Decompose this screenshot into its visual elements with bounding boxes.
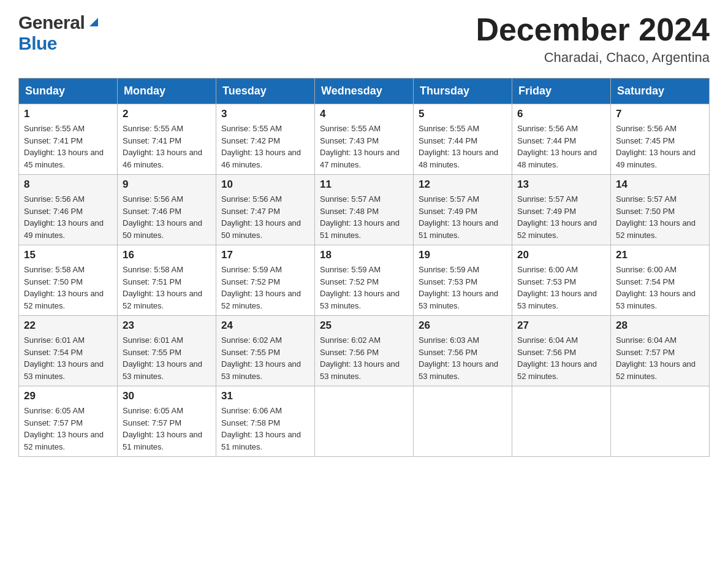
calendar-cell: 25 Sunrise: 6:02 AM Sunset: 7:56 PM Dayl…	[315, 316, 414, 386]
day-info: Sunrise: 6:03 AM Sunset: 7:56 PM Dayligh…	[419, 334, 507, 382]
day-info: Sunrise: 6:06 AM Sunset: 7:58 PM Dayligh…	[221, 405, 309, 453]
day-info: Sunrise: 5:56 AM Sunset: 7:46 PM Dayligh…	[24, 193, 112, 241]
calendar-cell: 27 Sunrise: 6:04 AM Sunset: 7:56 PM Dayl…	[512, 316, 611, 386]
calendar-cell: 18 Sunrise: 5:59 AM Sunset: 7:52 PM Dayl…	[315, 245, 414, 316]
calendar-cell: 3 Sunrise: 5:55 AM Sunset: 7:42 PM Dayli…	[216, 104, 315, 175]
day-info: Sunrise: 5:56 AM Sunset: 7:44 PM Dayligh…	[517, 123, 605, 170]
day-number: 1	[24, 108, 112, 120]
day-number: 14	[616, 178, 704, 191]
day-info: Sunrise: 5:58 AM Sunset: 7:50 PM Dayligh…	[24, 264, 112, 312]
calendar-cell: 16 Sunrise: 5:58 AM Sunset: 7:51 PM Dayl…	[118, 245, 216, 316]
calendar-cell: 21 Sunrise: 6:00 AM Sunset: 7:54 PM Dayl…	[611, 245, 710, 316]
day-info: Sunrise: 6:01 AM Sunset: 7:55 PM Dayligh…	[123, 334, 211, 382]
day-info: Sunrise: 6:04 AM Sunset: 7:56 PM Dayligh…	[517, 334, 605, 382]
day-info: Sunrise: 5:56 AM Sunset: 7:47 PM Dayligh…	[221, 193, 309, 241]
day-info: Sunrise: 6:02 AM Sunset: 7:56 PM Dayligh…	[320, 334, 408, 382]
day-number: 8	[24, 178, 112, 191]
header-friday: Friday	[512, 79, 611, 104]
day-number: 7	[616, 108, 704, 120]
day-number: 25	[320, 320, 408, 332]
day-info: Sunrise: 6:01 AM Sunset: 7:54 PM Dayligh…	[24, 334, 112, 382]
calendar-cell: 1 Sunrise: 5:55 AM Sunset: 7:41 PM Dayli…	[19, 104, 118, 175]
logo-triangle-icon	[87, 15, 100, 31]
day-info: Sunrise: 5:55 AM Sunset: 7:41 PM Dayligh…	[123, 123, 211, 170]
logo: General Blue	[18, 12, 100, 54]
calendar-cell: 2 Sunrise: 5:55 AM Sunset: 7:41 PM Dayli…	[118, 104, 216, 175]
day-info: Sunrise: 5:57 AM Sunset: 7:48 PM Dayligh…	[320, 193, 408, 241]
day-number: 29	[24, 390, 112, 402]
day-info: Sunrise: 5:56 AM Sunset: 7:45 PM Dayligh…	[616, 123, 704, 170]
day-number: 13	[517, 178, 605, 191]
calendar-cell: 20 Sunrise: 6:00 AM Sunset: 7:53 PM Dayl…	[512, 245, 611, 316]
day-info: Sunrise: 5:55 AM Sunset: 7:43 PM Dayligh…	[320, 123, 408, 170]
day-info: Sunrise: 5:59 AM Sunset: 7:52 PM Dayligh…	[221, 264, 309, 312]
calendar-cell: 29 Sunrise: 6:05 AM Sunset: 7:57 PM Dayl…	[19, 386, 118, 457]
week-row-1: 1 Sunrise: 5:55 AM Sunset: 7:41 PM Dayli…	[19, 104, 710, 175]
day-number: 27	[517, 320, 605, 332]
day-info: Sunrise: 5:57 AM Sunset: 7:49 PM Dayligh…	[517, 193, 605, 241]
day-info: Sunrise: 5:55 AM Sunset: 7:42 PM Dayligh…	[221, 123, 309, 170]
month-year-title: December 2024	[476, 12, 710, 47]
header-wednesday: Wednesday	[315, 79, 414, 104]
day-info: Sunrise: 5:56 AM Sunset: 7:46 PM Dayligh…	[123, 193, 211, 241]
day-info: Sunrise: 5:58 AM Sunset: 7:51 PM Dayligh…	[123, 264, 211, 312]
day-number: 26	[419, 320, 507, 332]
day-number: 17	[221, 249, 309, 261]
calendar-cell	[611, 386, 710, 457]
day-number: 31	[221, 390, 309, 402]
day-number: 22	[24, 320, 112, 332]
day-number: 12	[419, 178, 507, 191]
calendar-cell: 19 Sunrise: 5:59 AM Sunset: 7:53 PM Dayl…	[414, 245, 512, 316]
calendar-cell: 22 Sunrise: 6:01 AM Sunset: 7:54 PM Dayl…	[19, 316, 118, 386]
calendar-cell	[512, 386, 611, 457]
header-sunday: Sunday	[19, 79, 118, 104]
calendar-cell: 13 Sunrise: 5:57 AM Sunset: 7:49 PM Dayl…	[512, 175, 611, 245]
svg-marker-0	[89, 18, 98, 26]
calendar-table: Sunday Monday Tuesday Wednesday Thursday…	[18, 78, 710, 457]
header-saturday: Saturday	[611, 79, 710, 104]
day-number: 9	[123, 178, 211, 191]
week-row-3: 15 Sunrise: 5:58 AM Sunset: 7:50 PM Dayl…	[19, 245, 710, 316]
location-subtitle: Charadai, Chaco, Argentina	[476, 50, 710, 66]
calendar-cell: 9 Sunrise: 5:56 AM Sunset: 7:46 PM Dayli…	[118, 175, 216, 245]
header-monday: Monday	[118, 79, 216, 104]
day-number: 11	[320, 178, 408, 191]
day-info: Sunrise: 6:04 AM Sunset: 7:57 PM Dayligh…	[616, 334, 704, 382]
day-info: Sunrise: 6:00 AM Sunset: 7:54 PM Dayligh…	[616, 264, 704, 312]
day-info: Sunrise: 5:59 AM Sunset: 7:52 PM Dayligh…	[320, 264, 408, 312]
calendar-cell: 5 Sunrise: 5:55 AM Sunset: 7:44 PM Dayli…	[414, 104, 512, 175]
calendar-cell: 11 Sunrise: 5:57 AM Sunset: 7:48 PM Dayl…	[315, 175, 414, 245]
day-info: Sunrise: 6:00 AM Sunset: 7:53 PM Dayligh…	[517, 264, 605, 312]
day-number: 2	[123, 108, 211, 120]
calendar-cell: 17 Sunrise: 5:59 AM Sunset: 7:52 PM Dayl…	[216, 245, 315, 316]
day-info: Sunrise: 5:59 AM Sunset: 7:53 PM Dayligh…	[419, 264, 507, 312]
header-tuesday: Tuesday	[216, 79, 315, 104]
calendar-cell: 4 Sunrise: 5:55 AM Sunset: 7:43 PM Dayli…	[315, 104, 414, 175]
day-info: Sunrise: 5:57 AM Sunset: 7:49 PM Dayligh…	[419, 193, 507, 241]
day-info: Sunrise: 6:05 AM Sunset: 7:57 PM Dayligh…	[24, 405, 112, 453]
title-block: December 2024 Charadai, Chaco, Argentina	[476, 12, 710, 66]
calendar-header-row: Sunday Monday Tuesday Wednesday Thursday…	[19, 79, 710, 104]
calendar-cell: 10 Sunrise: 5:56 AM Sunset: 7:47 PM Dayl…	[216, 175, 315, 245]
calendar-cell: 14 Sunrise: 5:57 AM Sunset: 7:50 PM Dayl…	[611, 175, 710, 245]
day-number: 19	[419, 249, 507, 261]
day-info: Sunrise: 5:55 AM Sunset: 7:44 PM Dayligh…	[419, 123, 507, 170]
day-info: Sunrise: 6:02 AM Sunset: 7:55 PM Dayligh…	[221, 334, 309, 382]
day-number: 18	[320, 249, 408, 261]
day-number: 10	[221, 178, 309, 191]
day-number: 16	[123, 249, 211, 261]
day-number: 3	[221, 108, 309, 120]
day-number: 4	[320, 108, 408, 120]
calendar-cell: 28 Sunrise: 6:04 AM Sunset: 7:57 PM Dayl…	[611, 316, 710, 386]
logo-general-text: General	[18, 12, 85, 33]
calendar-cell: 8 Sunrise: 5:56 AM Sunset: 7:46 PM Dayli…	[19, 175, 118, 245]
logo-blue-text: Blue	[18, 33, 57, 54]
calendar-cell: 7 Sunrise: 5:56 AM Sunset: 7:45 PM Dayli…	[611, 104, 710, 175]
calendar-cell: 31 Sunrise: 6:06 AM Sunset: 7:58 PM Dayl…	[216, 386, 315, 457]
header-thursday: Thursday	[414, 79, 512, 104]
day-info: Sunrise: 5:57 AM Sunset: 7:50 PM Dayligh…	[616, 193, 704, 241]
day-info: Sunrise: 6:05 AM Sunset: 7:57 PM Dayligh…	[123, 405, 211, 453]
calendar-cell: 30 Sunrise: 6:05 AM Sunset: 7:57 PM Dayl…	[118, 386, 216, 457]
calendar-cell: 6 Sunrise: 5:56 AM Sunset: 7:44 PM Dayli…	[512, 104, 611, 175]
day-info: Sunrise: 5:55 AM Sunset: 7:41 PM Dayligh…	[24, 123, 112, 170]
